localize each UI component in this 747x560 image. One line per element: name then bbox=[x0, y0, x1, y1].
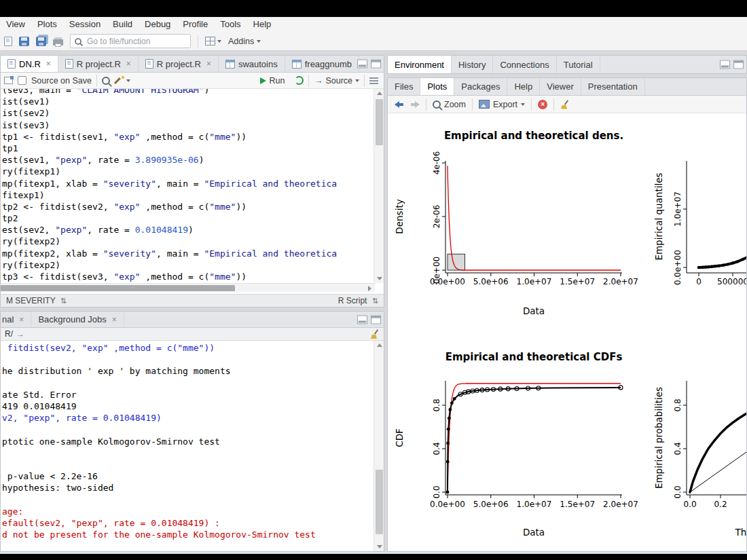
close-icon[interactable]: × bbox=[19, 315, 24, 324]
run-button[interactable]: Run bbox=[260, 76, 285, 86]
scrollbar-thumb[interactable] bbox=[1, 285, 235, 291]
presentation-tab[interactable]: Presentation bbox=[581, 78, 645, 95]
export-button[interactable]: Export bbox=[479, 100, 525, 109]
close-icon[interactable]: × bbox=[126, 59, 131, 69]
source-toolbar: Source on Save Run → Source bbox=[1, 73, 384, 89]
scroll-up-button[interactable] bbox=[374, 341, 384, 350]
tab-label: Viewer bbox=[547, 81, 574, 92]
remove-plot-icon[interactable]: × bbox=[538, 100, 547, 109]
minimize-pane-icon[interactable] bbox=[720, 60, 730, 69]
plots-tab[interactable]: Plots bbox=[420, 78, 454, 95]
source-button[interactable]: → Source bbox=[314, 75, 359, 86]
environment-tab[interactable]: Environment bbox=[388, 56, 452, 73]
console-header: R/ → bbox=[1, 328, 384, 341]
history-tab[interactable]: History bbox=[452, 56, 493, 73]
caret-down-icon bbox=[257, 40, 261, 43]
editor-hscrollbar[interactable] bbox=[1, 283, 375, 292]
minimize-pane-icon[interactable] bbox=[357, 60, 367, 69]
run-label: Run bbox=[269, 76, 285, 86]
source-tab-swautoins[interactable]: swautoins bbox=[219, 56, 285, 72]
menu-tools[interactable]: Tools bbox=[214, 17, 247, 32]
svg-text:0.0: 0.0 bbox=[673, 485, 682, 498]
toolbar-separator bbox=[553, 98, 554, 111]
terminal-tab[interactable]: nal × bbox=[1, 312, 31, 327]
maximize-pane-icon[interactable] bbox=[371, 60, 381, 69]
code-line: est(sev2, "pexp", rate = 0.01048419) bbox=[2, 224, 374, 236]
packages-tab[interactable]: Packages bbox=[454, 78, 507, 95]
scroll-right-button[interactable] bbox=[365, 284, 375, 293]
goto-file-input[interactable] bbox=[86, 36, 177, 47]
scrollbar-thumb[interactable] bbox=[376, 99, 383, 145]
next-plot-icon[interactable] bbox=[410, 101, 420, 108]
environment-tabbar: Environment History Connections Tutorial bbox=[387, 55, 747, 74]
source-tab-freaggnumb[interactable]: freaggnumb bbox=[285, 56, 359, 72]
editor-vscrollbar[interactable] bbox=[374, 89, 384, 283]
source-tab-dnr[interactable]: DN.R × bbox=[1, 56, 58, 72]
clear-console-icon[interactable] bbox=[370, 329, 380, 339]
viewer-tab[interactable]: Viewer bbox=[540, 78, 581, 95]
file-type-selector[interactable]: R Script ⇅ bbox=[338, 296, 378, 305]
scroll-down-button[interactable] bbox=[374, 542, 384, 551]
close-icon[interactable]: × bbox=[112, 315, 117, 324]
save-icon[interactable] bbox=[19, 37, 29, 46]
code-tools-button[interactable] bbox=[115, 76, 130, 86]
close-icon[interactable]: × bbox=[206, 59, 211, 69]
addins-button[interactable]: Addins bbox=[228, 37, 261, 46]
close-icon[interactable]: × bbox=[46, 59, 51, 69]
connections-tab[interactable]: Connections bbox=[493, 56, 556, 73]
os-bottom-bar bbox=[0, 554, 747, 560]
toolbar-separator bbox=[531, 98, 532, 111]
r-file-icon bbox=[65, 59, 73, 69]
source-tab-rproject-2[interactable]: R project.R × bbox=[139, 56, 219, 72]
help-tab[interactable]: Help bbox=[507, 78, 540, 95]
menu-help[interactable]: Help bbox=[247, 17, 278, 32]
clear-all-plots-icon[interactable] bbox=[560, 100, 570, 109]
open-folder-icon[interactable]: → bbox=[16, 329, 24, 339]
goto-file-box[interactable] bbox=[70, 34, 191, 48]
maximize-pane-icon[interactable] bbox=[733, 60, 744, 69]
pane-layout-button[interactable] bbox=[205, 37, 221, 45]
pane-window-buttons bbox=[357, 315, 381, 324]
menu-view[interactable]: View bbox=[0, 17, 31, 32]
source-tab-rproject-1[interactable]: R project.R × bbox=[58, 56, 139, 72]
source-pane: DN.R × R project.R × R project.R × swaut… bbox=[0, 55, 384, 307]
toolbar-separator bbox=[364, 75, 365, 87]
document-outline-icon[interactable] bbox=[369, 77, 378, 84]
source-arrow-icon: → bbox=[314, 75, 323, 86]
rerun-icon[interactable] bbox=[295, 76, 304, 85]
menu-build[interactable]: Build bbox=[107, 17, 139, 32]
new-file-icon[interactable] bbox=[4, 37, 12, 46]
section-navigator[interactable]: M SEVERITY ⇅ bbox=[6, 296, 67, 305]
tutorial-tab[interactable]: Tutorial bbox=[557, 56, 600, 73]
console-output[interactable]: fitdist(sev2, "exp" ,method = c("mme")) … bbox=[1, 341, 374, 551]
zoom-button[interactable]: Zoom bbox=[433, 100, 466, 109]
scroll-down-button[interactable] bbox=[374, 274, 384, 283]
svg-text:Data: Data bbox=[523, 305, 545, 316]
source-on-save-checkbox[interactable] bbox=[18, 76, 26, 85]
maximize-pane-icon[interactable] bbox=[371, 315, 381, 324]
popout-icon[interactable] bbox=[4, 77, 13, 84]
r-file-icon bbox=[7, 59, 16, 69]
console-vscrollbar[interactable] bbox=[374, 341, 384, 551]
menu-plots[interactable]: Plots bbox=[31, 17, 63, 32]
menu-debug[interactable]: Debug bbox=[139, 17, 177, 32]
scroll-up-button[interactable] bbox=[374, 89, 384, 98]
tab-label: R project.R bbox=[157, 59, 201, 69]
files-tab[interactable]: Files bbox=[388, 78, 420, 95]
toolbar-separator bbox=[96, 75, 97, 87]
menu-session[interactable]: Session bbox=[63, 17, 107, 32]
console-line: age: bbox=[2, 506, 374, 517]
scrollbar-thumb[interactable] bbox=[376, 470, 383, 534]
previous-plot-icon[interactable] bbox=[395, 101, 404, 108]
find-replace-icon[interactable] bbox=[102, 77, 110, 85]
svg-text:Empirical and theoretical CDFs: Empirical and theoretical CDFs bbox=[445, 351, 623, 363]
svg-text:1.5e+07: 1.5e+07 bbox=[560, 500, 595, 509]
code-line: tp2 bbox=[2, 212, 374, 224]
save-all-icon[interactable] bbox=[36, 37, 46, 46]
code-editor[interactable]: (sev3, main = "CLAIM AMOUNT HISTOGRAM")i… bbox=[1, 89, 374, 283]
updown-icon: ⇅ bbox=[372, 297, 378, 305]
minimize-pane-icon[interactable] bbox=[357, 315, 367, 324]
print-icon[interactable] bbox=[53, 39, 63, 45]
menu-profile[interactable]: Profile bbox=[177, 17, 214, 32]
background-jobs-tab[interactable]: Background Jobs × bbox=[31, 312, 124, 327]
